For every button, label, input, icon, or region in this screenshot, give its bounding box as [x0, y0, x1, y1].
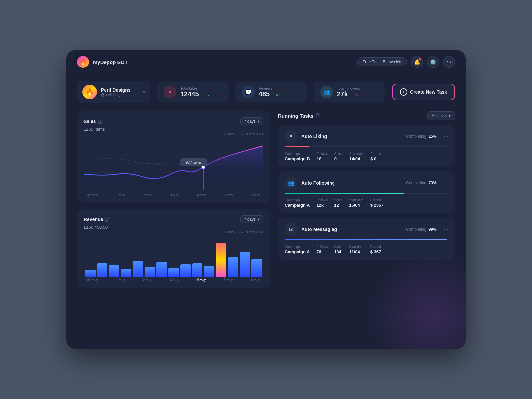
task-stats: Campaign Campaign A Follows 76 Sales 134… [285, 245, 448, 254]
bar-group [85, 270, 96, 277]
revenue-help-icon[interactable]: ? [105, 217, 110, 222]
bar-item [97, 263, 108, 277]
bar-group [216, 243, 226, 277]
task-sales: Sales 134 [334, 245, 342, 254]
svg-text:977 items: 977 items [186, 160, 201, 164]
notification-dot [419, 58, 421, 60]
likes-change: ↑ 16% [202, 93, 212, 97]
task-card: ✉ Auto Messaging Completing: 99% ··· Cam… [278, 218, 455, 260]
avatar-emoji: 🔥 [86, 88, 94, 96]
revenue-period-select[interactable]: 7 days ▾ [240, 215, 263, 223]
profile-dropdown-chevron[interactable]: ▾ [143, 90, 145, 94]
bar-group [145, 267, 155, 277]
progress-bar-fill [285, 193, 404, 194]
task-campaign: Campaign Campaign B [285, 152, 310, 161]
bar-group [228, 257, 238, 277]
bar-group [121, 269, 131, 277]
task-earned: Earned $ 2367 [370, 199, 384, 208]
task-completing: Completing: 73% [406, 181, 436, 185]
task-follows: Follows 12k [316, 199, 328, 208]
revenue-x-labels: 09 May 11 May 12 May 13 May 14 May 15 Ma… [84, 278, 263, 282]
task-start-date: Start date 11/04 [349, 245, 363, 254]
bar-item [133, 261, 143, 277]
top-bar: 🔥 myDepop BOT Free Trial - 5 days left 🔔… [66, 50, 466, 74]
running-tasks-title: Running Tasks ? [278, 113, 321, 119]
bar-item [251, 259, 262, 277]
sales-line-chart: 977 items [84, 139, 263, 192]
app-logo-icon: 🔥 [77, 56, 89, 68]
sales-help-icon[interactable]: ? [98, 119, 103, 124]
sales-chart-title: Sales ? [84, 119, 103, 124]
task-start-date: Start date 14/04 [349, 152, 364, 161]
task-card: ♥ Auto Liking Completing: 15% ··· Campai… [278, 125, 455, 167]
followers-stat-card: 👥 Total followers 27k ↓ 2% [314, 82, 385, 102]
bar-item [156, 262, 167, 277]
bar-group [156, 262, 167, 277]
bar-item [216, 243, 226, 277]
logo-emoji: 🔥 [80, 59, 86, 65]
period-chevron-icon: ▾ [258, 119, 260, 124]
revenue-date-range: 11 May 2021 - 18 May 2021 [84, 230, 263, 234]
reviews-info: Reviews 485 ↑ 47% [259, 86, 283, 98]
likes-info: Total Likes 12445 ↑ 16% [180, 86, 212, 98]
profile-name: Peril Designs [101, 87, 136, 93]
filter-chevron-icon: ▾ [449, 113, 451, 118]
task-cards-container: ♥ Auto Liking Completing: 15% ··· Campai… [278, 125, 455, 260]
app-title: myDepop BOT [93, 59, 128, 65]
profile-card: 🔥 Peril Designs @perildesigns ▾ [77, 81, 150, 103]
task-follows: Follows 18 [317, 152, 328, 161]
bar-item [192, 263, 203, 277]
task-campaign: Campaign Campaign A [285, 245, 310, 254]
task-more-button[interactable]: ··· [444, 180, 448, 186]
bar-item [109, 265, 119, 277]
logo-area: 🔥 myDepop BOT [77, 56, 128, 68]
notification-button[interactable]: 🔔 [411, 56, 423, 68]
revenue-chart-header: Revenue ? 7 days ▾ [84, 215, 263, 223]
progress-bar-fill [285, 239, 447, 240]
progress-bar-bg [285, 193, 448, 194]
task-more-button[interactable]: ··· [444, 133, 448, 139]
bar-group [204, 266, 214, 277]
sales-date-range: 11 May 2021 - 18 May 2021 [84, 132, 263, 136]
tasks-filter-select[interactable]: All tasks ▾ [427, 111, 455, 120]
followers-change: ↓ 2% [351, 93, 359, 97]
gear-icon: ⚙️ [430, 59, 436, 65]
sales-chart-header: Sales ? 7 days ▾ [84, 117, 263, 125]
avatar: 🔥 [82, 85, 97, 99]
settings-button[interactable]: ⚙️ [427, 56, 439, 68]
bar-group [192, 263, 203, 277]
task-sales: Sales 0 [334, 152, 343, 161]
bar-item [180, 264, 191, 277]
task-completing: Completing: 99% [406, 227, 436, 232]
likes-value: 12445 [180, 90, 199, 98]
running-tasks-header: Running Tasks ? All tasks ▾ [278, 111, 455, 120]
task-name: Auto Liking [301, 134, 402, 139]
progress-bar-fill [285, 146, 309, 147]
task-stats: Campaign Campaign B Follows 18 Sales 0 S… [285, 152, 448, 161]
progress-bar-bg [285, 146, 448, 147]
bar-item [168, 268, 179, 277]
top-right-controls: Free Trial - 5 days left 🔔 ⚙️ ↪ [357, 56, 455, 68]
bar-group [97, 263, 108, 277]
bar-item [240, 252, 250, 277]
logout-icon: ↪ [447, 59, 451, 65]
reviews-label: Reviews [259, 86, 283, 90]
tasks-help-icon[interactable]: ? [316, 113, 321, 118]
revenue-chart-card: Revenue ? 7 days ▾ £150 450.50 11 May 20… [77, 209, 270, 288]
task-campaign: Campaign Campaign A [285, 199, 310, 208]
sales-period-select[interactable]: 7 days ▾ [240, 117, 263, 125]
task-card: 👥 Auto Following Completing: 73% ··· Cam… [278, 171, 455, 213]
revenue-chart-title: Revenue ? [84, 217, 110, 222]
bar-group [133, 261, 143, 277]
revenue-bar-chart [84, 237, 263, 277]
trial-badge: Free Trial - 5 days left [357, 57, 407, 66]
content-columns: Sales ? 7 days ▾ 1265 items 11 May 2021 … [77, 111, 455, 294]
profile-info: Peril Designs @perildesigns [101, 87, 136, 97]
logout-button[interactable]: ↪ [443, 56, 455, 68]
bar-group [251, 259, 262, 277]
create-task-button[interactable]: + Create New Task [392, 84, 455, 100]
bar-group [168, 268, 179, 277]
reviews-change: ↑ 47% [273, 93, 283, 97]
task-more-button[interactable]: ··· [444, 226, 448, 232]
task-sales: Sales 12 [334, 199, 342, 208]
